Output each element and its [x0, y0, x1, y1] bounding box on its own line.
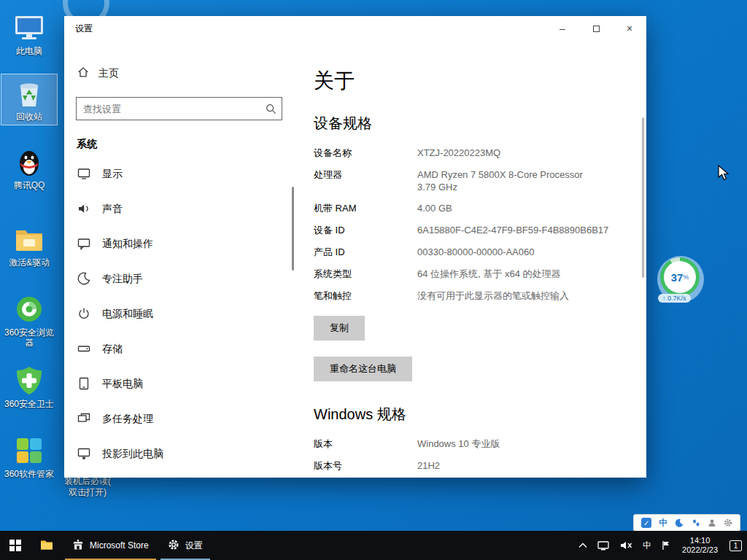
minimize-button[interactable]: –	[546, 16, 579, 41]
icon-label: 腾讯QQ	[14, 180, 45, 190]
project-icon	[77, 446, 91, 463]
sidebar-item-focus-assist[interactable]: 专注助手	[64, 265, 294, 294]
sidebar-item-projecting[interactable]: 投影到此电脑	[64, 440, 294, 469]
multitask-icon	[77, 411, 91, 428]
this-pc-icon	[13, 12, 45, 44]
clock-date: 2022/2/23	[682, 545, 718, 555]
moon-icon	[77, 271, 91, 288]
close-button[interactable]: ×	[613, 16, 646, 41]
spec-row-ram: 机带 RAM 4.00 GB	[314, 202, 611, 215]
start-button[interactable]	[0, 531, 31, 560]
tablet-icon	[77, 376, 91, 393]
titlebar[interactable]: 设置 – ×	[64, 16, 646, 41]
spec-row-device-name: 设备名称 XTZJ-20220223MQ	[314, 147, 611, 160]
360-browser-icon	[13, 293, 45, 325]
taskbar-clock[interactable]: 14:10 2022/2/23	[676, 531, 724, 560]
flag-tray-icon[interactable]	[657, 531, 676, 560]
notifications-icon	[77, 236, 91, 253]
ime-indicator[interactable]: 中	[638, 531, 657, 560]
windows-spec-heading: Windows 规格	[314, 405, 611, 424]
desktop-icon-360-guard[interactable]: 360安全卫士	[1, 362, 57, 412]
desktop: 此电脑 回收站 腾讯QQ 激活&驱动 360安全浏览器 360安全卫士	[0, 0, 747, 560]
sidebar-item-sound[interactable]: 声音	[64, 195, 294, 224]
ime-popup-icon[interactable]: 中	[659, 517, 667, 529]
settings-taskbar-button[interactable]: 设置	[158, 531, 212, 560]
settings-window: 设置 – × 主页	[64, 16, 646, 478]
power-icon	[77, 306, 91, 323]
store-icon	[72, 539, 84, 553]
sidebar-item-power-sleep[interactable]: 电源和睡眠	[64, 300, 294, 329]
clock-time: 14:10	[690, 536, 711, 545]
qq-penguin-icon	[13, 146, 45, 178]
folder-icon	[13, 223, 45, 255]
icon-label: 360安全浏览器	[3, 327, 55, 348]
action-center-button[interactable]: 1	[724, 531, 747, 560]
device-spec-heading: 设备规格	[314, 114, 611, 133]
search-icon[interactable]	[260, 103, 282, 114]
desktop-icon-recycle-bin[interactable]: 回收站	[1, 74, 57, 125]
rename-pc-button[interactable]: 重命名这台电脑	[314, 357, 412, 381]
search-input[interactable]	[77, 104, 260, 114]
moon-mode-icon[interactable]	[675, 518, 684, 527]
sidebar-item-notifications[interactable]: 通知和操作	[64, 230, 294, 259]
spec-row-product-id: 产品 ID 00330-80000-00000-AA060	[314, 246, 611, 259]
sidebar-section-system: 系统	[64, 120, 294, 160]
display-icon	[77, 166, 91, 183]
recycle-bin-icon	[13, 77, 45, 109]
sidebar-item-display[interactable]: 显示	[64, 160, 294, 189]
copy-button[interactable]: 复制	[314, 316, 365, 341]
settings-search	[76, 97, 282, 120]
maximize-button[interactable]	[579, 16, 613, 41]
icon-label: 回收站	[16, 112, 42, 122]
sidebar-home[interactable]: 主页	[64, 61, 294, 85]
spec-row-processor: 处理器 AMD Ryzen 7 5800X 8-Core Processor 3…	[314, 168, 611, 193]
settings-taskbar-label: 设置	[185, 540, 203, 552]
spec-row-device-id: 设备 ID 6A15880F-C4E2-47F9-BF59-F4B8890B6B…	[314, 224, 611, 237]
gear-icon	[168, 539, 179, 553]
icon-label: 360软件管家	[4, 469, 54, 479]
window-title: 设置	[75, 23, 93, 35]
desktop-icon-this-pc[interactable]: 此电脑	[1, 9, 57, 59]
maximize-icon	[593, 26, 600, 32]
folder-explorer-icon	[40, 539, 53, 553]
desktop-icon-360-manager[interactable]: 360软件管家	[1, 432, 57, 482]
settings-sidebar: 主页 系统 显示 声音	[64, 41, 294, 478]
sound-icon	[77, 201, 91, 218]
taskbar: Microsoft Store 设置 中 14:10 20	[0, 531, 747, 560]
net-speed-widget[interactable]: 37% ↑ 0.7K/s	[657, 256, 704, 303]
home-label: 主页	[98, 67, 119, 80]
microsoft-store-button[interactable]: Microsoft Store	[63, 531, 158, 560]
volume-muted-icon[interactable]	[614, 531, 638, 560]
home-icon	[77, 66, 90, 81]
desktop-icon-activation-driver[interactable]: 激活&驱动	[1, 220, 57, 271]
desktop-icon-360-browser[interactable]: 360安全浏览器	[1, 290, 57, 351]
file-explorer-button[interactable]	[31, 531, 63, 560]
desktop-icon-qq[interactable]: 腾讯QQ	[1, 143, 57, 193]
mouse-cursor	[718, 165, 731, 182]
spec-row-edition: 版本 Windows 10 专业版	[314, 438, 611, 451]
store-label: Microsoft Store	[90, 540, 149, 551]
tray-toolbar-popup: ✓ 中	[633, 514, 740, 532]
content-scrollbar[interactable]	[642, 117, 644, 278]
sidebar-item-multitasking[interactable]: 多任务处理	[64, 405, 294, 434]
network-icon[interactable]	[592, 531, 614, 560]
sidebar-item-tablet[interactable]: 平板电脑	[64, 370, 294, 399]
storage-icon	[77, 341, 91, 358]
user-icon[interactable]	[708, 518, 716, 527]
footprint-icon[interactable]	[692, 518, 700, 527]
sidebar-item-storage[interactable]: 存储	[64, 335, 294, 364]
check-icon[interactable]: ✓	[641, 518, 651, 528]
widget-ring: 37%	[660, 257, 700, 297]
spec-row-version: 版本号 21H2	[314, 459, 611, 472]
about-page: 关于 设备规格 设备名称 XTZJ-20220223MQ 处理器 AMD Ryz…	[294, 41, 646, 478]
desktop-icon-readme-label[interactable]: 装机后必读( 双击打开)	[61, 476, 114, 498]
360-shield-icon	[13, 365, 45, 397]
tray-chevron-up[interactable]	[573, 531, 592, 560]
icon-label: 激活&驱动	[9, 257, 50, 268]
windows-logo-icon	[9, 540, 21, 551]
icon-label: 此电脑	[16, 46, 42, 56]
icon-label: 360安全卫士	[4, 399, 54, 409]
notification-badge: 1	[729, 540, 742, 551]
360-manager-icon	[13, 435, 45, 467]
gear-small-icon[interactable]	[724, 518, 732, 527]
